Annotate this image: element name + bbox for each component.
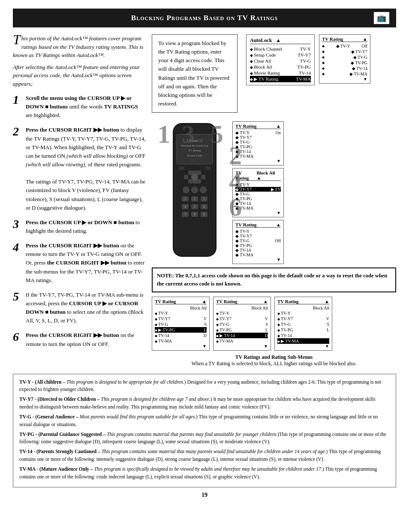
rp3-tvy7: ◆ TV-Y7▶ FV xyxy=(235,187,281,192)
rp2-tvy7: ◆ TV-Y7 xyxy=(235,135,281,140)
rating-caption: TV Ratings and Rating Sub-Menus When a T… xyxy=(152,354,396,367)
rp3-tvma: ◆ TV-MA xyxy=(235,206,281,210)
page-header: Blocking Programs Based on TV Ratings 📺 xyxy=(13,9,396,27)
page-number: 19 xyxy=(13,492,396,499)
menu-item-tv-rating: ▶ TV RatingTV-MA xyxy=(250,76,311,82)
svg-point-11 xyxy=(191,174,198,180)
rp3-down: ▼ xyxy=(235,210,281,215)
footer-definitions: TV-Y - (All children – This program is d… xyxy=(13,374,396,488)
intro-paragraph2: After selecting the AutoLock™ feature an… xyxy=(13,63,146,88)
step-3-number: 3 xyxy=(13,218,22,230)
bottom-panel-2: TV Rating▲ Block All TV-Y TV-Y7V TV-GS T… xyxy=(213,297,271,351)
bp3-tvg: TV-GS xyxy=(277,322,329,327)
remote-image: Channel 12 Blocked By AutoLock TV Rating… xyxy=(152,121,238,258)
rp1-tv14: ◆ TV-14 xyxy=(322,66,367,71)
info-box-text: To view a program blocked by the TV Rati… xyxy=(158,40,229,107)
remote-area: 1 3 5 2 4 6 Channel 1 xyxy=(152,121,396,264)
step-5-bold: CURSOR UP ▶ or CURSOR DOWN ■ button xyxy=(26,300,138,315)
svg-text:3: 3 xyxy=(203,197,205,201)
rp3-tvg: ◆ TV-G xyxy=(235,192,281,196)
rp4-tvpg: ◆ TV-PG xyxy=(235,243,281,248)
svg-text:4: 4 xyxy=(184,205,186,209)
rp3-tvpg: ◆ TV-PG xyxy=(235,196,281,201)
rp4-tvg: ◆ TV-GOff xyxy=(235,238,281,243)
bp3-tvma: ▶ TV-MA xyxy=(277,338,329,344)
intro-text: This portion of the AutoLock™ features c… xyxy=(13,34,146,88)
intro-paragraph1: This portion of the AutoLock™ features c… xyxy=(13,34,146,60)
step-2-number: 2 xyxy=(13,126,22,138)
svg-text:5: 5 xyxy=(194,205,195,209)
bottom-panel-1: TV Rating▲ Block All TV-Y TV-Y7V TV-GS ▶… xyxy=(152,297,210,351)
remote-container: 1 3 5 2 4 6 Channel 1 xyxy=(152,121,229,260)
tv-icon: 📺 xyxy=(374,12,389,24)
step-4-bold: Press the CURSOR RIGHT ▶▶ button xyxy=(26,242,119,249)
step-1-number: 1 xyxy=(13,94,22,106)
step-2-content: Press the CURSOR RIGHT ▶▶ button to disp… xyxy=(26,126,146,212)
bp3-tv14: TV-14 xyxy=(277,333,329,338)
bp1-tv14: TV-14D xyxy=(155,333,207,338)
svg-point-14 xyxy=(200,186,207,193)
bp3-tvy7: TV-Y7V xyxy=(277,316,329,322)
big-num-2: 2 xyxy=(229,143,242,168)
svg-text:TV Rating: TV Rating xyxy=(188,149,201,152)
step-6-number: 6 xyxy=(13,331,22,343)
footer-tv14: TV-14 - (Parents Strongly Cautioned – Th… xyxy=(19,448,390,463)
svg-text:Channel 12: Channel 12 xyxy=(187,139,203,143)
svg-text:Blocked By AutoLock: Blocked By AutoLock xyxy=(181,144,208,147)
step-5-content: If the TV-Y7, TV-PG, TV-14 or TV-MA sub-… xyxy=(26,291,146,325)
intro-italic: This portion of the AutoLock™ features c… xyxy=(13,35,143,58)
bp1-tvy7: TV-Y7V xyxy=(155,316,207,322)
step-3: 3 Press the CURSOR UP ▶ or DOWN ■ button… xyxy=(13,218,146,235)
rating-panel-1-title: TV Rating▲ xyxy=(322,36,367,42)
right-column: To view a program blocked by the TV Rati… xyxy=(152,34,396,367)
page: Blocking Programs Based on TV Ratings 📺 … xyxy=(0,0,409,532)
step-1: 1 Scroll the menu using the CURSOR UP ▶ … xyxy=(13,94,146,120)
footer-tvma: TV-MA - (Mature Audience Only – This pro… xyxy=(19,466,390,481)
rp1-tvg: ◆ TV-G xyxy=(322,54,367,60)
rp4-tvma: ◆ TV-MA xyxy=(235,252,281,257)
bp2-tv14: ▶ TV-14D xyxy=(216,333,268,338)
footer-tvy: TV-Y - (All children – This program is d… xyxy=(19,379,390,394)
menu-item-movie-rating: Movie RatingTV-14 xyxy=(250,70,311,76)
rating-caption-text: When a TV Rating is selected to block, A… xyxy=(191,361,356,367)
rp1-down: ▼ xyxy=(322,77,367,81)
svg-text:· · · ·: · · · · xyxy=(192,158,198,162)
note-text: NOTE: The 0,7,1,1 access code shown on t… xyxy=(157,273,387,287)
footer-tvg: TV-G - (General Audience – Most parents … xyxy=(19,413,390,429)
bottom-panel-3: TV Rating▲ Block All TV-Y TV-Y7V TV-GS T… xyxy=(274,297,332,351)
svg-text:8: 8 xyxy=(194,213,195,216)
bp3-tvpg: TV-PGL xyxy=(277,327,329,333)
big-numbers-right: 2 4 6 xyxy=(229,143,242,220)
top-right-area: To view a program blocked by the TV Rati… xyxy=(152,34,396,117)
rp4-tvy: ◆ TV-Y xyxy=(235,229,281,234)
bp1-tvpg: ▶ TV-PGL xyxy=(155,327,207,333)
bp2-tvma: TV-MA xyxy=(216,338,268,344)
bp2-tvg: TV-GS xyxy=(216,322,268,327)
rp4-tvy7: ◆ TV-Y7 xyxy=(235,234,281,238)
menu-item-setup-code: Setup CodeTV-Y7 xyxy=(250,52,311,58)
rp1-tvy: ◆ TV-YOff xyxy=(322,43,367,49)
svg-text:9: 9 xyxy=(203,213,205,216)
svg-rect-33 xyxy=(178,166,184,170)
rating-caption-title: TV Ratings and Rating Sub-Menus xyxy=(235,354,313,360)
bp2-tvy: TV-Y xyxy=(216,310,268,316)
menu-item-clear-all: Clear AllTV-G xyxy=(250,58,311,64)
bp3-tvy: TV-Y xyxy=(277,310,329,316)
svg-text:Access Code: Access Code xyxy=(187,154,202,157)
step-5-number: 5 xyxy=(13,291,22,303)
big-num-6: 6 xyxy=(229,194,242,220)
rp4-tv14: ◆ TV-14 xyxy=(235,248,281,252)
svg-text:2: 2 xyxy=(194,197,195,201)
bp1-down: ▼ xyxy=(155,344,207,349)
bp1-tvy: TV-Y xyxy=(155,310,207,316)
svg-rect-9 xyxy=(184,175,188,179)
bp2-tvy7: TV-Y7V xyxy=(216,316,268,322)
rp2-tvma: ◆ TV-MA xyxy=(235,154,281,159)
step-3-content: Press the CURSOR UP ▶ or DOWN ■ button t… xyxy=(26,218,146,235)
rp1-tvpg: ◆ TV-PG xyxy=(322,60,367,66)
svg-rect-34 xyxy=(205,166,211,170)
rp2-tvg: ◆ TV-G xyxy=(235,140,281,144)
bp2-tvpg: TV-PGL xyxy=(216,327,268,333)
step-1-content: Scroll the menu using the CURSOR UP ▶ or… xyxy=(26,94,146,120)
bp1-tvg: TV-GS xyxy=(155,322,207,327)
